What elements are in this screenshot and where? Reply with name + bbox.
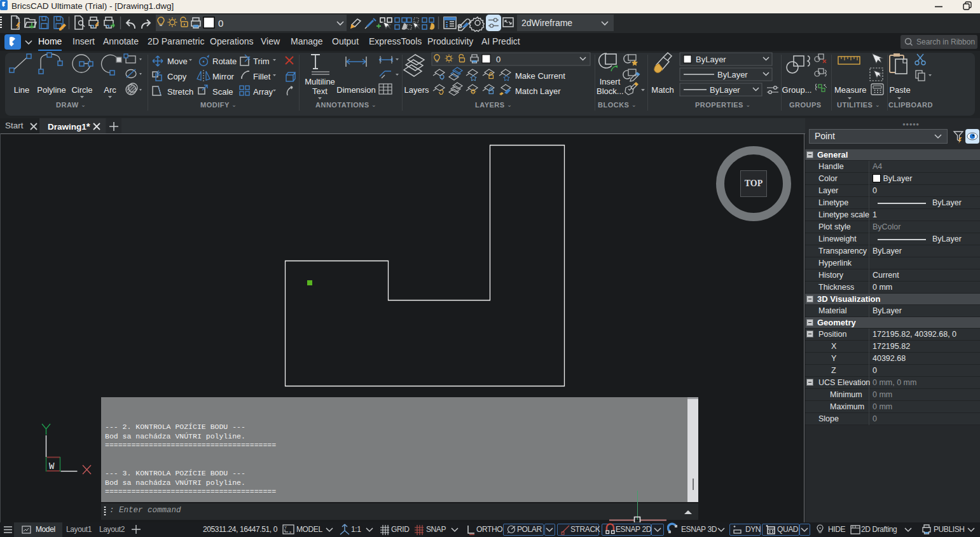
svg-text:0: 0	[496, 55, 500, 64]
svg-text:x: x	[289, 530, 291, 534]
svg-text:W: W	[49, 461, 55, 472]
svg-text:Y: Y	[284, 526, 287, 529]
svg-text:0: 0	[218, 18, 223, 29]
svg-text:ByLayer: ByLayer	[710, 85, 740, 95]
svg-text:ByLayer: ByLayer	[696, 55, 726, 64]
svg-text:ByLayer: ByLayer	[717, 70, 748, 79]
svg-text:2dWireframe: 2dWireframe	[521, 18, 572, 28]
